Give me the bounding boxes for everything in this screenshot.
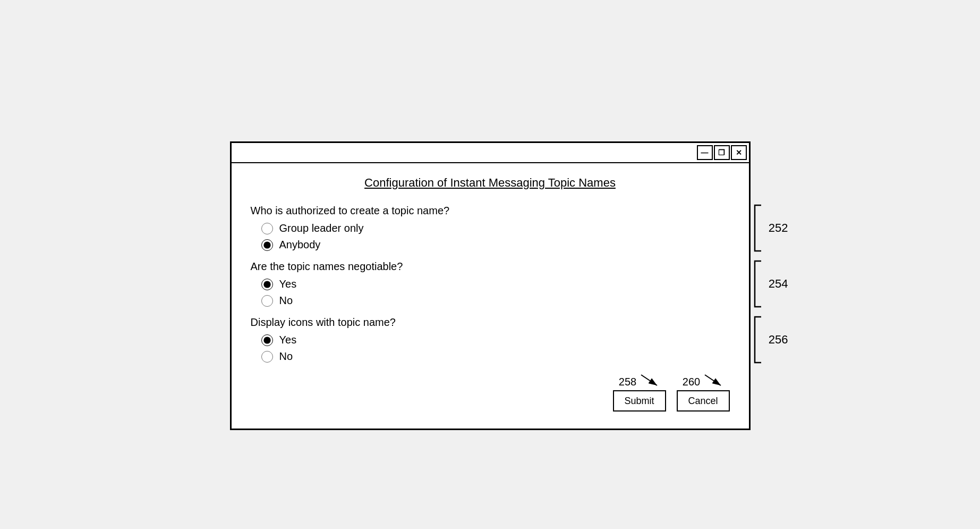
section-1-radio-0[interactable] [261,223,273,234]
section-3-option-1[interactable]: No [261,350,730,363]
section-2-option-0[interactable]: Yes [261,278,730,290]
close-button[interactable]: ✕ [731,145,747,160]
cancel-label-260: 260 [683,376,700,388]
section-2-radio-group: Yes No [261,278,730,307]
cancel-button[interactable]: Cancel [677,390,730,412]
section-1-question: Who is authorized to create a topic name… [251,205,730,217]
submit-button[interactable]: Submit [613,390,666,412]
bracket-254: 254 [751,261,788,307]
section-2-question: Are the topic names negotiable? [251,261,730,273]
submit-label-258: 258 [619,376,636,388]
cancel-group: 260 Cancel [677,372,730,412]
section-1: Who is authorized to create a topic name… [251,205,730,251]
section-2-radio-0[interactable] [261,279,273,290]
title-bar-buttons: — ❐ ✕ [697,145,747,160]
section-2: Are the topic names negotiable? Yes No [251,261,730,307]
dialog-title: Configuration of Instant Messaging Topic… [251,176,730,190]
section-3-option-0[interactable]: Yes [261,334,730,346]
submit-annotation: 258 [619,372,660,388]
restore-button[interactable]: ❐ [714,145,730,160]
section-3-radio-0[interactable] [261,334,273,346]
section-1-option-1[interactable]: Anybody [261,239,730,251]
minimize-button[interactable]: — [697,145,713,160]
section-3-radio-group: Yes No [261,334,730,363]
bracket-256-svg [751,316,766,364]
svg-line-3 [641,375,657,385]
dialog-window: — ❐ ✕ Configuration of Instant Messaging… [230,141,751,430]
section-2-radio-1[interactable] [261,295,273,307]
bracket-254-svg [751,260,766,308]
cancel-arrow [702,372,723,388]
section-3-radio-1[interactable] [261,351,273,363]
section-1-option-0[interactable]: Group leader only [261,222,730,234]
submit-arrow [638,372,660,388]
svg-line-5 [705,375,721,385]
section-3-question: Display icons with topic name? [251,316,730,329]
bracket-252: 252 [751,205,788,251]
page-wrapper: 250 — ❐ ✕ [0,99,980,430]
bottom-row: 258 Submit [251,372,730,412]
bracket-256: 256 [751,316,788,363]
title-bar: — ❐ ✕ [232,143,749,163]
bracket-252-svg [751,204,766,252]
dialog-content: Configuration of Instant Messaging Topic… [232,163,749,429]
section-2-option-1[interactable]: No [261,295,730,307]
submit-group: 258 Submit [613,372,666,412]
section-3: Display icons with topic name? Yes No [251,316,730,363]
cancel-annotation: 260 [683,372,723,388]
section-1-radio-1[interactable] [261,239,273,251]
section-1-radio-group: Group leader only Anybody [261,222,730,251]
